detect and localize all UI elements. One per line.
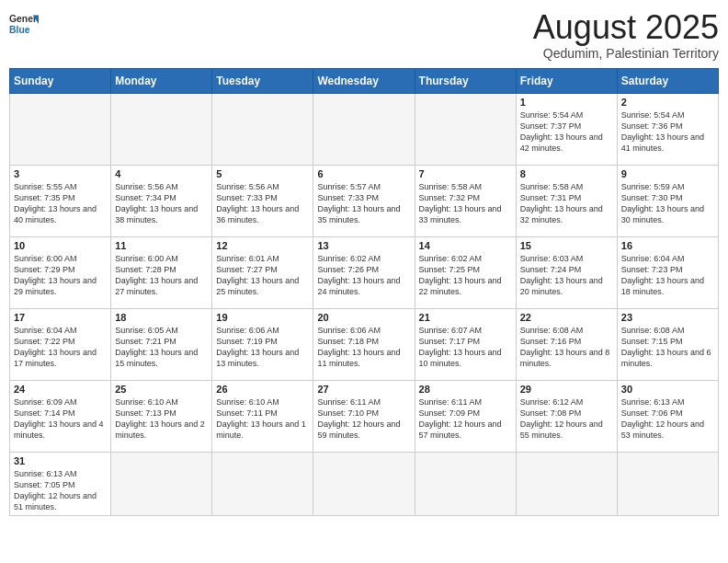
week-row-2: 3Sunrise: 5:55 AM Sunset: 7:35 PM Daylig…	[10, 165, 719, 236]
day-number: 7	[419, 168, 512, 179]
calendar-cell: 11Sunrise: 6:00 AM Sunset: 7:28 PM Dayli…	[111, 236, 212, 308]
day-info: Sunrise: 5:54 AM Sunset: 7:36 PM Dayligh…	[621, 109, 714, 155]
calendar-cell	[10, 93, 111, 165]
calendar-cell: 14Sunrise: 6:02 AM Sunset: 7:25 PM Dayli…	[415, 236, 516, 308]
weekday-header-row: SundayMondayTuesdayWednesdayThursdayFrid…	[10, 68, 719, 93]
calendar-cell: 23Sunrise: 6:08 AM Sunset: 7:15 PM Dayli…	[617, 308, 718, 380]
week-row-6: 31Sunrise: 6:13 AM Sunset: 7:05 PM Dayli…	[10, 452, 719, 516]
calendar-cell: 1Sunrise: 5:54 AM Sunset: 7:37 PM Daylig…	[516, 93, 617, 165]
day-info: Sunrise: 6:06 AM Sunset: 7:18 PM Dayligh…	[317, 325, 410, 370]
day-number: 11	[115, 240, 208, 251]
calendar-cell	[111, 93, 212, 165]
day-info: Sunrise: 6:01 AM Sunset: 7:27 PM Dayligh…	[216, 253, 309, 298]
calendar-cell: 24Sunrise: 6:09 AM Sunset: 7:14 PM Dayli…	[10, 380, 111, 452]
day-number: 20	[317, 312, 410, 323]
calendar-cell: 22Sunrise: 6:08 AM Sunset: 7:16 PM Dayli…	[516, 308, 617, 380]
calendar-cell	[111, 452, 212, 516]
day-info: Sunrise: 6:08 AM Sunset: 7:15 PM Dayligh…	[621, 325, 714, 370]
calendar-table: SundayMondayTuesdayWednesdayThursdayFrid…	[9, 68, 719, 517]
day-number: 27	[317, 384, 410, 395]
day-number: 31	[14, 455, 107, 466]
day-info: Sunrise: 5:58 AM Sunset: 7:32 PM Dayligh…	[419, 181, 512, 226]
calendar-cell: 4Sunrise: 5:56 AM Sunset: 7:34 PM Daylig…	[111, 165, 212, 236]
calendar-cell	[516, 452, 617, 516]
calendar-cell: 6Sunrise: 5:57 AM Sunset: 7:33 PM Daylig…	[313, 165, 415, 236]
calendar-cell: 25Sunrise: 6:10 AM Sunset: 7:13 PM Dayli…	[111, 380, 212, 452]
day-number: 24	[14, 384, 107, 395]
day-info: Sunrise: 6:00 AM Sunset: 7:29 PM Dayligh…	[14, 253, 107, 298]
calendar-cell: 30Sunrise: 6:13 AM Sunset: 7:06 PM Dayli…	[617, 380, 718, 452]
calendar-cell: 2Sunrise: 5:54 AM Sunset: 7:36 PM Daylig…	[617, 93, 718, 165]
week-row-3: 10Sunrise: 6:00 AM Sunset: 7:29 PM Dayli…	[10, 236, 719, 308]
week-row-5: 24Sunrise: 6:09 AM Sunset: 7:14 PM Dayli…	[10, 380, 719, 452]
day-info: Sunrise: 5:54 AM Sunset: 7:37 PM Dayligh…	[520, 109, 613, 155]
calendar-cell	[212, 452, 313, 516]
weekday-header-thursday: Thursday	[415, 68, 516, 93]
weekday-header-friday: Friday	[516, 68, 617, 93]
calendar-cell: 27Sunrise: 6:11 AM Sunset: 7:10 PM Dayli…	[313, 380, 415, 452]
day-info: Sunrise: 5:55 AM Sunset: 7:35 PM Dayligh…	[14, 181, 107, 226]
day-info: Sunrise: 6:13 AM Sunset: 7:05 PM Dayligh…	[14, 468, 107, 513]
calendar-cell: 20Sunrise: 6:06 AM Sunset: 7:18 PM Dayli…	[313, 308, 415, 380]
day-number: 23	[621, 312, 714, 323]
day-info: Sunrise: 5:56 AM Sunset: 7:33 PM Dayligh…	[216, 181, 309, 226]
calendar-cell: 5Sunrise: 5:56 AM Sunset: 7:33 PM Daylig…	[212, 165, 313, 236]
day-info: Sunrise: 6:12 AM Sunset: 7:08 PM Dayligh…	[520, 396, 613, 442]
calendar-cell: 16Sunrise: 6:04 AM Sunset: 7:23 PM Dayli…	[617, 236, 718, 308]
calendar-cell: 9Sunrise: 5:59 AM Sunset: 7:30 PM Daylig…	[617, 165, 718, 236]
day-number: 4	[115, 168, 208, 179]
day-info: Sunrise: 6:02 AM Sunset: 7:26 PM Dayligh…	[317, 253, 410, 298]
calendar-cell: 19Sunrise: 6:06 AM Sunset: 7:19 PM Dayli…	[212, 308, 313, 380]
calendar-cell: 3Sunrise: 5:55 AM Sunset: 7:35 PM Daylig…	[10, 165, 111, 236]
weekday-header-saturday: Saturday	[617, 68, 718, 93]
calendar-cell: 15Sunrise: 6:03 AM Sunset: 7:24 PM Dayli…	[516, 236, 617, 308]
calendar-cell: 28Sunrise: 6:11 AM Sunset: 7:09 PM Dayli…	[415, 380, 516, 452]
day-info: Sunrise: 5:56 AM Sunset: 7:34 PM Dayligh…	[115, 181, 208, 226]
day-number: 10	[14, 240, 107, 251]
day-info: Sunrise: 6:10 AM Sunset: 7:11 PM Dayligh…	[216, 396, 309, 442]
day-info: Sunrise: 6:04 AM Sunset: 7:23 PM Dayligh…	[621, 253, 714, 298]
calendar-subtitle: Qedumim, Palestinian Territory	[533, 46, 719, 61]
calendar-cell: 17Sunrise: 6:04 AM Sunset: 7:22 PM Dayli…	[10, 308, 111, 380]
day-info: Sunrise: 6:11 AM Sunset: 7:09 PM Dayligh…	[419, 396, 512, 442]
day-number: 18	[115, 312, 208, 323]
day-number: 21	[419, 312, 512, 323]
day-number: 8	[520, 168, 613, 179]
day-info: Sunrise: 5:59 AM Sunset: 7:30 PM Dayligh…	[621, 181, 714, 226]
day-info: Sunrise: 6:04 AM Sunset: 7:22 PM Dayligh…	[14, 325, 107, 370]
day-number: 19	[216, 312, 309, 323]
day-number: 17	[14, 312, 107, 323]
day-info: Sunrise: 6:08 AM Sunset: 7:16 PM Dayligh…	[520, 325, 613, 370]
day-number: 3	[14, 168, 107, 179]
day-number: 15	[520, 240, 613, 251]
weekday-header-sunday: Sunday	[10, 68, 111, 93]
day-number: 29	[520, 384, 613, 395]
calendar-cell	[415, 93, 516, 165]
day-number: 28	[419, 384, 512, 395]
calendar-cell	[617, 452, 718, 516]
calendar-cell: 7Sunrise: 5:58 AM Sunset: 7:32 PM Daylig…	[415, 165, 516, 236]
logo: General Blue	[9, 9, 39, 39]
calendar-cell: 8Sunrise: 5:58 AM Sunset: 7:31 PM Daylig…	[516, 165, 617, 236]
day-info: Sunrise: 6:05 AM Sunset: 7:21 PM Dayligh…	[115, 325, 208, 370]
calendar-header: General Blue August 2025 Qedumim, Palest…	[9, 9, 719, 61]
day-number: 6	[317, 168, 410, 179]
title-area: August 2025 Qedumim, Palestinian Territo…	[533, 9, 719, 61]
day-number: 22	[520, 312, 613, 323]
day-number: 2	[621, 97, 714, 108]
day-number: 1	[520, 97, 613, 108]
svg-text:Blue: Blue	[9, 25, 30, 35]
day-number: 14	[419, 240, 512, 251]
calendar-cell: 12Sunrise: 6:01 AM Sunset: 7:27 PM Dayli…	[212, 236, 313, 308]
day-info: Sunrise: 5:58 AM Sunset: 7:31 PM Dayligh…	[520, 181, 613, 226]
logo-icon: General Blue	[9, 9, 39, 39]
day-info: Sunrise: 6:06 AM Sunset: 7:19 PM Dayligh…	[216, 325, 309, 370]
calendar-cell: 26Sunrise: 6:10 AM Sunset: 7:11 PM Dayli…	[212, 380, 313, 452]
calendar-title: August 2025	[533, 9, 719, 46]
week-row-4: 17Sunrise: 6:04 AM Sunset: 7:22 PM Dayli…	[10, 308, 719, 380]
day-info: Sunrise: 6:03 AM Sunset: 7:24 PM Dayligh…	[520, 253, 613, 298]
calendar-cell: 10Sunrise: 6:00 AM Sunset: 7:29 PM Dayli…	[10, 236, 111, 308]
day-number: 5	[216, 168, 309, 179]
day-number: 30	[621, 384, 714, 395]
calendar-cell: 31Sunrise: 6:13 AM Sunset: 7:05 PM Dayli…	[10, 452, 111, 516]
